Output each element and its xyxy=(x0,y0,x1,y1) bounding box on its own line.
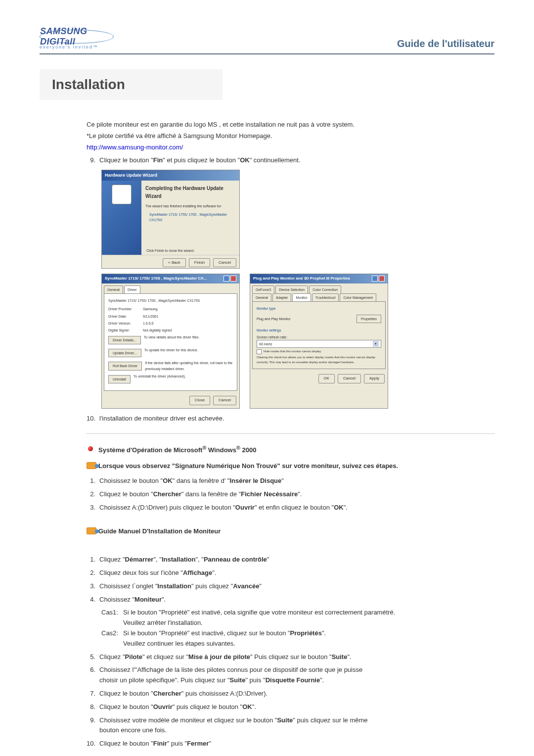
hide-modes-checkbox[interactable] xyxy=(257,349,262,354)
os-heading-row: Système d'Opération de Microsoft® Window… xyxy=(87,444,494,458)
page: SAMSUNG DIGITall everyone's invited™ Gui… xyxy=(0,0,534,756)
manual-step-5: 5. Cliquez "Pilote" et cliquez sur "Mise… xyxy=(87,652,494,662)
sig-step: 2.Cliquez le bouton "Chercher" dans la f… xyxy=(87,489,494,500)
step-9: 9. Cliquez le bouton "Fin" et puis cliqu… xyxy=(87,155,494,166)
cancel-button[interactable]: Cancel xyxy=(338,374,361,383)
wizard-subtext: The wizard has finished installing the s… xyxy=(145,203,235,209)
close-icon[interactable] xyxy=(379,276,385,282)
wizard-device: SyncMaster 171S/ 175S/ 170S , MagicSyncM… xyxy=(149,212,235,223)
sig-step: 3.Choisissez A:(D:\Driver) puis cliquez … xyxy=(87,503,494,513)
number-icon xyxy=(87,462,94,470)
logo-oval: SAMSUNG DIGITall xyxy=(40,30,114,44)
intro-line2: *Le pilote certifié va être affiché à Sa… xyxy=(87,131,494,142)
close-icon[interactable] xyxy=(230,276,236,282)
red-bullet-icon xyxy=(87,445,94,453)
driver-details-button[interactable]: Driver Details... xyxy=(108,336,141,344)
manual-step-3: 3. Choisissez l`onglet "Installation" pu… xyxy=(87,581,494,592)
properties-button[interactable]: Properties xyxy=(356,315,381,323)
wizard-screenshot: Hardware Update Wizard Completing the Ha… xyxy=(101,170,240,269)
step-10: 10. l'installation de moniteur driver es… xyxy=(87,414,494,424)
driver-device: SyncMaster 171S/ 175S/ 170S , MagicSyncM… xyxy=(108,298,233,303)
wizard-heading: Completing the Hardware Update Wizard xyxy=(145,185,235,200)
chevron-down-icon: ▾ xyxy=(373,341,379,347)
step-text: l'installation de moniteur driver est ac… xyxy=(99,414,494,424)
logo-text: SAMSUNG DIGITall xyxy=(40,26,113,47)
driver-properties-window: SyncMaster 171S/ 175S/ 170S , MagicSyncM… xyxy=(101,274,240,408)
wizard-title: Hardware Update Wizard xyxy=(102,170,239,180)
tab-troubleshoot[interactable]: Troubleshoot xyxy=(312,293,339,301)
cancel-button[interactable]: Cancel xyxy=(213,396,236,405)
manual-step-10: 10. Cliquez le bouton "Finir" puis "Ferm… xyxy=(87,739,494,749)
manual-step-1: 1. Cliquez "Démarrer", "Installation", "… xyxy=(87,555,494,565)
manual-heading-row: Guide Manuel D'Installation de Moniteur xyxy=(87,526,494,539)
ok-button[interactable]: OK xyxy=(318,374,335,383)
refresh-label: Screen refresh rate: xyxy=(257,334,381,340)
manual-step-4: 4. Choisissez "Moniteur". xyxy=(87,595,494,605)
properties-screenshots: SyncMaster 171S/ 175S/ 170S , MagicSyncM… xyxy=(101,274,494,408)
signature-steps: 1.Choisissez le bouton "OK" dans la fenê… xyxy=(87,476,494,513)
uninstall-button[interactable]: Uninstall xyxy=(108,375,131,383)
tab-geforce[interactable]: GeForce3 xyxy=(252,285,274,293)
finish-button[interactable]: Finish xyxy=(189,258,210,268)
step-num: 10. xyxy=(87,414,99,424)
tab-general[interactable]: General xyxy=(104,285,123,293)
manual-step-9: 9. Choisissez votre modèle de moniteur e… xyxy=(87,715,494,736)
help-icon[interactable] xyxy=(223,276,229,282)
rollback-driver-button[interactable]: Roll Back Driver xyxy=(108,362,142,370)
apply-button[interactable]: Apply xyxy=(364,374,385,383)
help-icon[interactable] xyxy=(372,276,378,282)
intro-line1: Ce pilote moniteur est en garantie du lo… xyxy=(87,120,494,130)
tab-device-selection[interactable]: Device Selection xyxy=(275,285,308,293)
logo: SAMSUNG DIGITall everyone's invited™ xyxy=(40,30,114,49)
tab-adapter[interactable]: Adapter xyxy=(272,293,292,301)
tab-general[interactable]: General xyxy=(252,293,271,301)
monitor-type-group: Monitor type xyxy=(257,306,381,311)
step-num: 9. xyxy=(87,155,99,166)
tab-driver[interactable]: Driver xyxy=(124,285,140,293)
wizard-icon xyxy=(112,185,132,204)
monitor-properties-window: Plug and Play Monitor and 3D Prophet III… xyxy=(250,274,388,408)
header: SAMSUNG DIGITall everyone's invited™ Gui… xyxy=(40,30,494,54)
signature-warning: Lorsque vous observez "Signature Numériq… xyxy=(98,461,398,472)
number-icon xyxy=(87,527,94,535)
wizard-sidebar-image xyxy=(102,181,141,255)
hide-modes-label: Hide modes that this monitor cannot disp… xyxy=(264,349,321,354)
wizard-click-text: Click Finish to close the wizard. xyxy=(146,248,195,253)
cancel-button[interactable]: Cancel xyxy=(213,258,236,268)
divider xyxy=(87,433,494,434)
sig-step: 1.Choisissez le bouton "OK" dans la fenê… xyxy=(87,476,494,486)
os-heading: Système d'Opération de Microsoft® Window… xyxy=(98,444,256,456)
logo-tagline: everyone's invited™ xyxy=(40,45,114,49)
guide-title: Guide de l'utilisateur xyxy=(397,38,494,49)
update-driver-button[interactable]: Update Driver... xyxy=(108,349,141,357)
tab-color-mgmt[interactable]: Color Management xyxy=(340,293,376,301)
manual-heading: Guide Manuel D'Installation de Moniteur xyxy=(98,526,221,537)
driver-props-title: SyncMaster 171S/ 175S/ 170S , MagicSyncM… xyxy=(105,276,207,282)
close-button[interactable]: Close xyxy=(189,396,210,405)
monitor-props-title: Plug and Play Monitor and 3D Prophet III… xyxy=(253,276,350,282)
signature-warning-row: Lorsque vous observez "Signature Numériq… xyxy=(87,461,494,473)
content: Ce pilote moniteur est en garantie du lo… xyxy=(87,120,494,756)
back-button[interactable]: < Back xyxy=(163,258,186,268)
manual-step-2: 2. Cliquez deux fois sur l'icône "Affich… xyxy=(87,568,494,578)
refresh-rate-dropdown[interactable]: 60 Hertz ▾ xyxy=(257,340,381,348)
tab-color-correction[interactable]: Color Correction xyxy=(309,285,341,293)
manual-step-6: 6. Choisissez l'"Affichage de la liste d… xyxy=(87,665,494,686)
manual-step-7: 7. Cliquez le bouton "Chercher" puis cho… xyxy=(87,689,494,699)
section-title: Installation xyxy=(40,69,222,100)
monitor-settings-group: Monitor settings xyxy=(257,328,381,333)
cas-block: Cas1:Si le bouton "Propriété" est inativ… xyxy=(101,608,494,649)
manual-step-8: 8. Cliquez le bouton "Ouvrir" puis cliqu… xyxy=(87,702,494,712)
step-text: Cliquez le bouton "Fin" et puis cliquez … xyxy=(99,155,494,166)
homepage-link[interactable]: http://www.samsung-monitor.com/ xyxy=(87,142,494,153)
monitor-name: Plug and Play Monitor xyxy=(257,316,290,322)
hide-modes-desc: Clearing this check box allows you to se… xyxy=(257,355,381,365)
tab-monitor[interactable]: Monitor xyxy=(292,293,311,301)
